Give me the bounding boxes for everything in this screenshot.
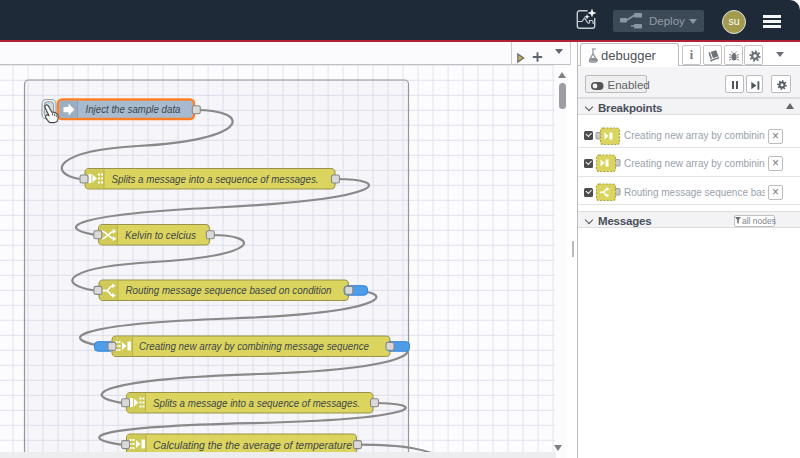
svg-text:Kelvin to celcius: Kelvin to celcius (125, 230, 196, 241)
svg-text:Inject the sample data: Inject the sample data (86, 104, 181, 115)
svg-text:Splits a message into a sequen: Splits a message into a sequence of mess… (112, 174, 319, 185)
svg-text:Creating new array by combinin: Creating new array by combining message … (139, 341, 369, 352)
svg-text:Routing message sequence based: Routing message sequence based on condit… (126, 285, 332, 296)
svg-text:Calculating the the average of: Calculating the the average of temperatu… (153, 440, 352, 451)
svg-text:Splits a message into a sequen: Splits a message into a sequence of mess… (153, 398, 360, 409)
